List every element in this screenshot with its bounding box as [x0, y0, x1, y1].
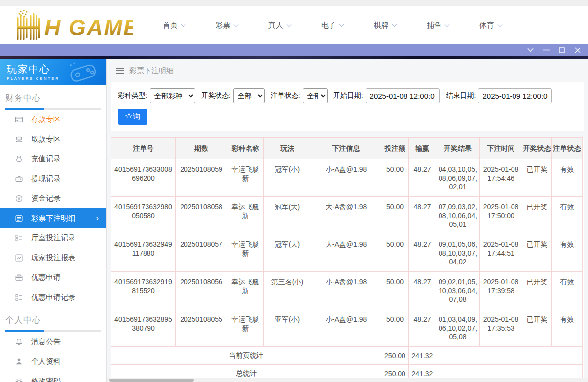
- recharge-bag-icon: [15, 155, 23, 163]
- table-cell: 幸运飞艇新: [227, 197, 264, 234]
- table-cell: 401569173632919815520: [111, 272, 176, 309]
- nav-item-live[interactable]: 真人: [268, 21, 291, 30]
- lottery-type-select[interactable]: 全部彩种: [150, 88, 195, 103]
- draw-status-select[interactable]: 全部: [233, 88, 265, 103]
- sidebar-item-deposit[interactable]: 存款专区: [0, 110, 106, 129]
- filter-panel: 彩种类型: 全部彩种 开奖状态: 全部 注单状态: 全部 开始日期: 结束日期:…: [111, 82, 584, 131]
- nav-item-lottery[interactable]: 彩票: [216, 21, 238, 30]
- table-cell: 有效: [552, 309, 583, 347]
- table-cell: 401569173632949117880: [111, 234, 176, 272]
- player-center-banner: 玩家中心 PLAYERS CENTER: [0, 59, 106, 85]
- start-date-input[interactable]: [366, 88, 440, 103]
- table-cell: 401569173632895380790: [111, 309, 176, 347]
- summary-label: 当前页统计: [111, 347, 381, 365]
- maximize-button[interactable]: [556, 46, 567, 55]
- sidebar-item-profile[interactable]: 个人资料: [0, 351, 106, 371]
- dark-divider: [0, 56, 588, 59]
- menu-icon[interactable]: [116, 66, 124, 75]
- sidebar-item-announcements[interactable]: 消息公告: [0, 332, 106, 351]
- top-strip: [0, 0, 588, 6]
- table-cell: 大-A盘@1.98: [311, 234, 381, 272]
- sidebar-item-promo-record[interactable]: 优惠申请记录: [0, 287, 106, 307]
- horizontal-scrollbar-thumb[interactable]: [109, 379, 194, 382]
- table-cell: 已开奖: [522, 159, 552, 197]
- sidebar-item-lottery-bet-detail[interactable]: 彩票下注明细 ›: [0, 208, 106, 228]
- sidebar-item-funds-record[interactable]: 资金记录: [0, 189, 106, 208]
- table-header-cell: 注单号: [111, 138, 176, 159]
- table-cell: 20250108059: [176, 159, 227, 197]
- order-status-label: 注单状态:: [271, 91, 300, 100]
- nav-item-home[interactable]: 首页: [163, 21, 185, 30]
- sidebar-item-label: 资金记录: [31, 194, 61, 203]
- nav-label: 捕鱼: [427, 21, 441, 30]
- table-cell: 48.27: [409, 197, 436, 234]
- chevron-down-icon: [392, 22, 397, 27]
- sidebar-item-label: 充值记录: [31, 154, 61, 164]
- chevron-down-icon: [234, 22, 239, 27]
- sidebar-item-label: 彩票下注明细: [31, 214, 75, 223]
- nav-item-sports[interactable]: 体育: [479, 21, 502, 30]
- table-cell: 50.00: [381, 234, 409, 272]
- search-button[interactable]: 查询: [118, 109, 147, 125]
- table-cell: 01,03,04,09,06,10,02,07,05,08: [436, 309, 480, 347]
- table-cell: 07,09,03,02,08,10,06,04,05,01: [436, 197, 480, 234]
- sidebar-item-promo-apply[interactable]: 优惠申请: [0, 267, 106, 287]
- gamepad-icon: [66, 61, 101, 84]
- end-date-input[interactable]: [478, 88, 552, 103]
- draw-status-label: 开奖状态:: [201, 91, 231, 100]
- sidebar-item-bet-report[interactable]: 玩家投注报表: [0, 248, 106, 267]
- summary-row: 当前页统计250.00241.32: [111, 347, 583, 365]
- table-cell: 48.27: [409, 272, 436, 309]
- sidebar: 玩家中心 PLAYERS CENTER 财务中心 存款专区 取款专区 充值记录 …: [0, 59, 107, 382]
- table-header-cell: 开奖状态: [522, 138, 552, 159]
- sidebar-item-label: 消息公告: [31, 337, 61, 346]
- nav-label: 电子: [321, 21, 336, 30]
- horizontal-scrollbar-track[interactable]: [107, 378, 588, 382]
- table-row: 40156917363298005058020250108058幸运飞艇新冠军(…: [111, 197, 583, 234]
- sidebar-item-withdraw[interactable]: 取款专区: [0, 129, 106, 149]
- start-date-label: 开始日期:: [333, 91, 363, 100]
- table-cell: 幸运飞艇新: [227, 159, 264, 197]
- table-cell: 小-A盘@1.98: [311, 309, 381, 347]
- close-button[interactable]: [572, 46, 583, 55]
- table-row: 40156917363294911788020250108057幸运飞艇新冠军(…: [111, 234, 583, 272]
- sidebar-item-change-password[interactable]: 修改密码: [0, 371, 106, 382]
- sidebar-item-label: 厅室投注记录: [31, 233, 75, 243]
- collapse-chevron-button[interactable]: [525, 46, 536, 55]
- sidebar-item-label: 优惠申请记录: [31, 293, 75, 302]
- sidebar-item-withdraw-record[interactable]: 提现记录: [0, 169, 106, 189]
- table-row: 40156917363291981552020250108056幸运飞艇新第三名…: [111, 272, 583, 309]
- sidebar-item-label: 存款专区: [31, 115, 61, 124]
- summary-bet-total: 250.00: [381, 347, 409, 365]
- table-cell: 幸运飞艇新: [227, 272, 264, 309]
- table-cell: 48.27: [409, 234, 436, 272]
- table-cell: 亚军(小): [264, 309, 311, 347]
- minimize-button[interactable]: [541, 46, 551, 55]
- table-header-row: 注单号期数彩种名称玩法下注信息投注额输赢开奖结果下注时间开奖状态注单状态: [111, 138, 583, 159]
- table-cell: 401569173633008696200: [111, 159, 176, 197]
- table-header-cell: 玩法: [264, 138, 311, 159]
- table-cell: 50.00: [381, 272, 409, 309]
- table-cell: 冠军(小): [264, 159, 311, 197]
- main-nav: 首页 彩票 真人 电子 棋牌 捕鱼 体育: [163, 6, 532, 44]
- table-cell: 已开奖: [522, 197, 552, 234]
- table-cell: 09,01,05,06,08,10,03,07,04,02: [436, 234, 480, 272]
- end-date-label: 结束日期:: [446, 91, 476, 100]
- sidebar-item-room-bet-record[interactable]: 厅室投注记录: [0, 228, 106, 248]
- sidebar-item-recharge-record[interactable]: 充值记录: [0, 149, 106, 169]
- table-cell: 20250108056: [176, 272, 227, 309]
- order-status-select[interactable]: 全部: [303, 88, 328, 103]
- nav-item-cards[interactable]: 棋牌: [374, 21, 396, 30]
- main-content: 彩票下注明细 彩种类型: 全部彩种 开奖状态: 全部 注单状态: 全部 开始日期…: [107, 59, 588, 382]
- table-header-cell: 彩种名称: [227, 138, 264, 159]
- nav-item-fishing[interactable]: 捕鱼: [427, 21, 449, 30]
- brand-logo[interactable]: H GAME: [4, 9, 133, 43]
- gear-icon: [15, 377, 23, 382]
- table-cell: 20250108055: [176, 309, 227, 347]
- nav-item-slots[interactable]: 电子: [321, 21, 343, 30]
- table-cell: 50.00: [381, 309, 409, 347]
- chevron-down-icon: [527, 48, 534, 52]
- table-cell: 有效: [552, 159, 583, 197]
- chevron-down-icon: [287, 22, 292, 27]
- table-cell: 48.27: [409, 309, 436, 347]
